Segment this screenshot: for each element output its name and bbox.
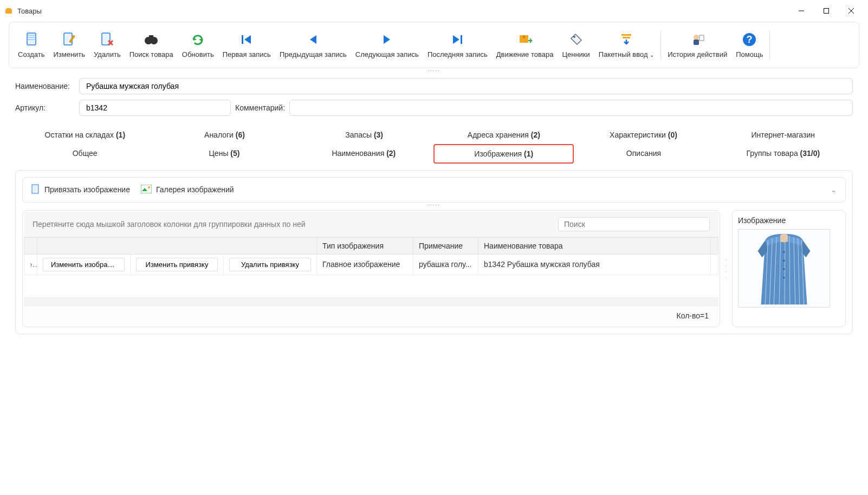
vertical-splitter[interactable]: ···· [724, 210, 728, 328]
first-record-button[interactable]: Первая запись [218, 29, 275, 61]
chevron-down-icon[interactable]: ⌄ [831, 186, 837, 194]
name-label: Наименование: [15, 82, 75, 90]
refresh-button[interactable]: Обновить [178, 29, 218, 61]
article-input[interactable] [79, 100, 231, 116]
horizontal-splitter[interactable]: ····· [9, 68, 859, 74]
svg-rect-12 [242, 35, 243, 44]
bind-image-button[interactable]: Привязать изображение [31, 184, 130, 196]
images-grid: Тип изображения Примечание Наименование … [24, 237, 718, 298]
product-form: Наименование: Артикул: Комментарий: [9, 74, 859, 126]
change-binding-button[interactable]: Изменить привязку [136, 258, 218, 271]
product-name-cell: b1342 Рубашка мужская голубая [478, 254, 711, 275]
price-tag-icon [567, 31, 585, 48]
image-type-cell: Главное изображение [317, 254, 413, 275]
tab-characteristics[interactable]: Характеристики (0) [574, 126, 714, 144]
window-title: Товары [17, 7, 789, 15]
horizontal-splitter[interactable]: ····· [22, 203, 846, 208]
toolbar-label: Ценники [562, 50, 590, 59]
note-cell: рубашка голу... [413, 254, 478, 275]
toolbar-label: Изменить [53, 50, 85, 59]
horizontal-scrollbar[interactable] [24, 297, 718, 305]
tab-general[interactable]: Общее [15, 144, 154, 164]
delete-binding-button[interactable]: Удалить привязку [229, 258, 311, 271]
binoculars-icon [142, 31, 160, 48]
toolbar-label: Следующая запись [355, 50, 419, 59]
batch-input-button[interactable]: Пакетный ввод ⌄ [594, 29, 658, 61]
last-record-button[interactable]: Последняя запись [423, 29, 492, 61]
close-button[interactable] [839, 2, 864, 19]
product-name-column-header[interactable]: Наименование товара [478, 237, 711, 254]
help-button[interactable]: ? Помощь [731, 29, 767, 61]
next-record-button[interactable]: Следующая запись [351, 29, 423, 61]
svg-rect-8 [102, 33, 110, 45]
minimize-button[interactable] [789, 2, 814, 19]
tab-reserves[interactable]: Запасы (3) [294, 126, 434, 144]
tab-product-groups[interactable]: Группы товара (31/0) [714, 144, 853, 164]
row-expand-button[interactable]: › [24, 254, 37, 275]
svg-point-39 [783, 268, 785, 270]
svg-rect-3 [824, 9, 829, 14]
toolbar-label: Последняя запись [427, 50, 488, 59]
svg-rect-13 [461, 35, 462, 44]
svg-rect-0 [5, 9, 12, 14]
history-button[interactable]: История действий [663, 29, 731, 61]
toolbar-separator [769, 31, 770, 59]
svg-rect-1 [7, 8, 11, 10]
toolbar-label: Создать [18, 50, 44, 59]
svg-rect-25 [141, 185, 152, 193]
prev-icon [305, 31, 322, 48]
tab-prices[interactable]: Цены (5) [154, 144, 294, 164]
images-sub-toolbar: Привязать изображение Галерея изображени… [22, 177, 846, 203]
svg-point-37 [783, 251, 785, 252]
create-button[interactable]: Создать [14, 29, 49, 61]
preview-title: Изображение [738, 216, 840, 225]
toolbar-label: Предыдущая запись [280, 50, 347, 59]
tab-bar: Остатки на складах (1) Аналоги (6) Запас… [9, 126, 859, 164]
tab-descriptions[interactable]: Описания [574, 144, 713, 164]
tab-analogs[interactable]: Аналоги (6) [155, 126, 295, 144]
maximize-button[interactable] [814, 2, 839, 19]
product-movement-button[interactable]: Движение товара [492, 29, 558, 61]
last-icon [449, 31, 466, 48]
edit-button[interactable]: Изменить [49, 29, 89, 61]
grid-row[interactable]: › Изменить изображение Изменить привязку… [24, 254, 718, 275]
box-movement-icon [516, 31, 534, 48]
tab-storage[interactable]: Адреса хранения (2) [434, 126, 574, 144]
image-preview-panel: Изображение [732, 210, 846, 328]
image-gallery-button[interactable]: Галерея изображений [141, 185, 234, 195]
svg-rect-21 [699, 35, 704, 41]
svg-rect-18 [623, 37, 630, 38]
prev-record-button[interactable]: Предыдущая запись [275, 29, 351, 61]
expand-column-header[interactable] [24, 237, 37, 254]
tab-names[interactable]: Наименования (2) [294, 144, 433, 164]
grid-search-input[interactable] [558, 217, 710, 231]
toolbar-label: Помощь [736, 50, 763, 59]
scrollbar-spacer [711, 237, 718, 254]
scrollbar-cell [711, 254, 718, 275]
group-hint: Перетяните сюда мышкой заголовок колонки… [33, 220, 306, 229]
tab-images[interactable]: Изображения (1) [433, 144, 574, 164]
image-thumbnail[interactable] [738, 229, 830, 308]
images-tab-content: Привязать изображение Галерея изображени… [15, 170, 853, 335]
comment-input[interactable] [289, 100, 853, 116]
search-product-button[interactable]: Поиск товара [125, 29, 178, 61]
tab-stock[interactable]: Остатки на складах (1) [15, 126, 155, 144]
refresh-icon [189, 31, 206, 48]
tab-eshop[interactable]: Интернет-магазин [713, 126, 853, 144]
delete-button[interactable]: Удалить [89, 29, 125, 61]
type-column-header[interactable]: Тип изображения [317, 237, 413, 254]
actions-column-header[interactable] [37, 237, 317, 254]
svg-point-38 [783, 259, 785, 261]
next-icon [378, 31, 396, 48]
svg-rect-24 [32, 185, 38, 193]
price-tags-button[interactable]: Ценники [558, 29, 594, 61]
grid-header-row: Тип изображения Примечание Наименование … [24, 237, 718, 254]
first-icon [238, 31, 255, 48]
gallery-icon [141, 185, 152, 195]
note-column-header[interactable]: Примечание [413, 237, 478, 254]
change-image-button[interactable]: Изменить изображение [43, 258, 125, 271]
help-icon: ? [741, 31, 758, 48]
name-input[interactable] [79, 78, 853, 94]
sub-toolbar-label: Привязать изображение [44, 185, 130, 194]
doc-delete-icon [99, 31, 116, 48]
